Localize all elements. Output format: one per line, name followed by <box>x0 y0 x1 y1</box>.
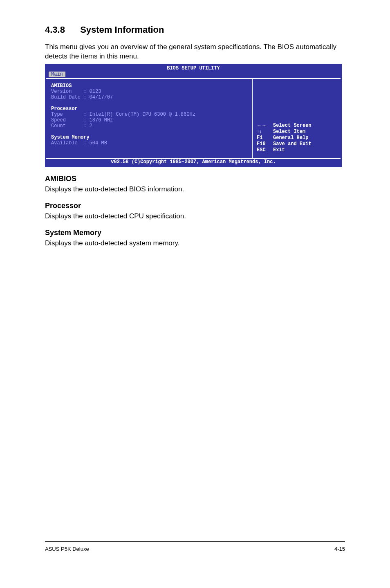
bios-tab-main: Main <box>49 72 65 77</box>
section-heading: 4.3.8 System Information <box>45 25 345 35</box>
section-number: 4.3.8 <box>45 25 78 35</box>
bios-screenshot: BIOS SETUP UTILITY Main AMIBIOS Version … <box>45 64 342 167</box>
bios-legend: ←→Select Screen ↑↓Select Item F1General … <box>257 123 336 153</box>
legend-select-item: Select Item <box>273 129 305 135</box>
sub-processor-text: Displays the auto-detected CPU specifica… <box>45 212 345 221</box>
legend-exit: Exit <box>273 147 285 153</box>
amibios-version: Version : 0123 <box>51 89 247 94</box>
legend-select-screen: Select Screen <box>273 123 312 129</box>
intro-text: This menu gives you an overview of the g… <box>45 43 345 61</box>
memory-available: Available : 504 MB <box>51 140 247 146</box>
legend-save-exit: Save and Exit <box>273 141 312 147</box>
bios-main-panel: AMIBIOS Version : 0123 Build Date : 04/1… <box>46 78 253 159</box>
sub-memory-title: System Memory <box>45 229 345 237</box>
sub-memory-text: Displays the auto-detected system memory… <box>45 239 345 248</box>
key-f1: F1 <box>257 135 273 141</box>
page-footer: ASUS P5K Deluxe 4-15 <box>45 541 345 552</box>
memory-heading: System Memory <box>51 135 247 140</box>
sub-amibios-text: Displays the auto-detected BIOS informat… <box>45 185 345 194</box>
legend-general-help: General Help <box>273 135 308 141</box>
key-f10: F10 <box>257 141 273 147</box>
processor-count: Count : 2 <box>51 123 247 129</box>
bios-title: BIOS SETUP UTILITY <box>46 65 341 72</box>
footer-left: ASUS P5K Deluxe <box>45 546 89 552</box>
footer-right: 4-15 <box>334 546 345 552</box>
amibios-heading: AMIBIOS <box>51 83 247 89</box>
processor-heading: Processor <box>51 106 247 112</box>
sub-processor-title: Processor <box>45 202 345 210</box>
key-esc: ESC <box>257 147 273 153</box>
amibios-build: Build Date : 04/17/07 <box>51 94 247 100</box>
processor-type: Type : Intel(R) Core(TM) CPU 6300 @ 1.86… <box>51 112 247 117</box>
bios-tab-bar: Main <box>46 72 341 78</box>
key-arrows-lr: ←→ <box>257 123 273 129</box>
bios-copyright: v02.58 (C)Copyright 1985-2007, American … <box>46 159 341 166</box>
key-arrows-ud: ↑↓ <box>257 129 273 135</box>
processor-speed: Speed : 1876 MHz <box>51 117 247 123</box>
bios-help-panel: ←→Select Screen ↑↓Select Item F1General … <box>253 78 341 159</box>
sub-amibios-title: AMIBIOS <box>45 175 345 183</box>
section-title: System Information <box>80 25 164 35</box>
